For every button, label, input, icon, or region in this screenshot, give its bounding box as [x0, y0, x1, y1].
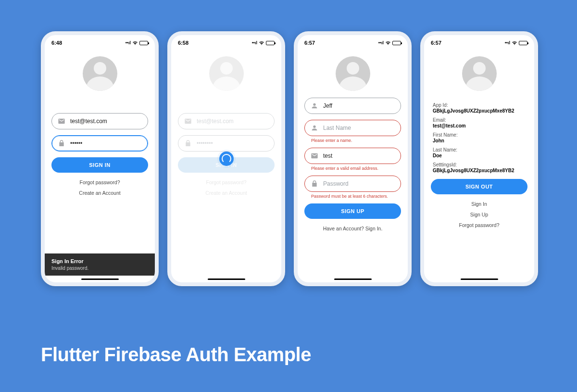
appid-value: GBkjLgJvosg8UXZ2pxucpMxe8YB2 — [433, 108, 526, 114]
lastname-value: Doe — [433, 153, 526, 158]
avatar-placeholder — [336, 56, 370, 91]
signin-button[interactable]: SIGN IN — [51, 157, 148, 173]
password-field[interactable] — [304, 176, 401, 192]
status-time: 6:48 — [51, 40, 62, 46]
password-input — [197, 140, 268, 147]
email-input — [197, 118, 268, 125]
last-name-input[interactable] — [323, 125, 395, 131]
battery-icon — [139, 41, 148, 45]
battery-icon — [392, 41, 401, 45]
email-field — [178, 113, 275, 129]
status-bar: 6:57 ••ıl — [298, 35, 408, 48]
have-account-link[interactable]: Have an Account? Sign In. — [304, 226, 401, 231]
last-name-error: Please enter a name. — [311, 138, 401, 143]
wifi-icon — [512, 41, 517, 45]
email-field[interactable] — [304, 148, 401, 164]
avatar-placeholder — [462, 56, 497, 91]
status-time: 6:58 — [178, 40, 188, 46]
phone-profile: 6:57 ••ıl App Id: GBkjLgJvosg8UXZ2pxucpM… — [420, 31, 538, 286]
email-field[interactable] — [51, 113, 148, 129]
mail-icon — [58, 117, 65, 125]
mail-icon — [184, 117, 192, 125]
create-account-link[interactable]: Create an Account — [51, 190, 148, 196]
forgot-password-link[interactable]: Forgot password? — [51, 179, 148, 185]
first-name-field[interactable] — [304, 98, 401, 114]
signup-button[interactable]: SIGN UP — [304, 203, 401, 219]
wifi-icon — [259, 41, 264, 45]
signup-link[interactable]: Sign Up — [431, 212, 527, 217]
email-input[interactable] — [70, 118, 142, 125]
signal-icon: ••ıl — [252, 40, 257, 45]
lastname-label: Last Name: — [433, 147, 526, 152]
status-right: ••ıl — [505, 40, 527, 45]
lock-icon — [311, 180, 318, 188]
avatar-placeholder — [83, 56, 117, 91]
signal-icon: ••ıl — [125, 40, 131, 45]
error-snackbar: Sign In Error Invalid password. — [45, 253, 155, 276]
forgot-password-link[interactable]: Forgot password? — [431, 222, 527, 228]
phone-signup: 6:57 ••ıl Pleas — [294, 31, 412, 286]
create-account-link: Create an Account — [178, 190, 275, 196]
forgot-password-link: Forgot password? — [178, 179, 275, 185]
settingsid-label: SetttingsId: — [433, 162, 526, 167]
person-icon — [311, 102, 318, 110]
page-title: Flutter Firebase Auth Example — [41, 344, 311, 366]
email-label: Email: — [433, 117, 526, 123]
firstname-label: First Name: — [433, 132, 526, 138]
battery-icon — [266, 41, 275, 45]
password-field[interactable] — [51, 135, 148, 152]
password-field — [178, 135, 275, 152]
signal-icon: ••ıl — [378, 40, 384, 45]
mail-icon — [311, 152, 318, 160]
status-bar: 6:57 ••ıl — [424, 35, 534, 48]
password-error: Password must be at least 6 characters. — [311, 194, 401, 199]
email-value: test@test.com — [433, 123, 526, 128]
firstname-value: John — [433, 138, 526, 143]
status-right: ••ıl — [125, 40, 148, 45]
status-bar: 6:58 ••ıl — [171, 35, 281, 48]
signout-button[interactable]: SIGN OUT — [431, 179, 527, 194]
lock-icon — [58, 139, 65, 147]
avatar-placeholder — [209, 56, 244, 91]
status-right: ••ıl — [378, 40, 401, 45]
signin-button: SIGN IN — [178, 157, 275, 173]
wifi-icon — [385, 41, 391, 45]
email-error: Please enter a valid email address. — [311, 166, 401, 171]
snackbar-title: Sign In Error — [51, 258, 148, 264]
email-input[interactable] — [323, 152, 395, 159]
signal-icon: ••ıl — [505, 40, 510, 45]
wifi-icon — [132, 41, 138, 45]
phone-signin: 6:48 ••ıl — [41, 31, 159, 286]
battery-icon — [519, 41, 527, 45]
status-time: 6:57 — [304, 40, 315, 46]
first-name-input[interactable] — [323, 102, 395, 109]
signin-link[interactable]: Sign In — [431, 201, 527, 207]
lock-icon — [184, 139, 192, 147]
person-icon — [311, 124, 318, 132]
password-input[interactable] — [323, 180, 395, 187]
settingsid-value: GBkjLgJvosg8UXZ2pxucpMxe8YB2 — [433, 168, 526, 173]
password-input[interactable] — [70, 140, 142, 147]
status-right: ••ıl — [252, 40, 275, 45]
snackbar-message: Invalid password. — [51, 266, 148, 271]
appid-label: App Id: — [433, 102, 526, 108]
phone-loading: 6:58 ••ıl — [167, 31, 285, 286]
last-name-field[interactable] — [304, 120, 401, 136]
status-time: 6:57 — [431, 40, 441, 46]
status-bar: 6:48 ••ıl — [45, 35, 155, 48]
